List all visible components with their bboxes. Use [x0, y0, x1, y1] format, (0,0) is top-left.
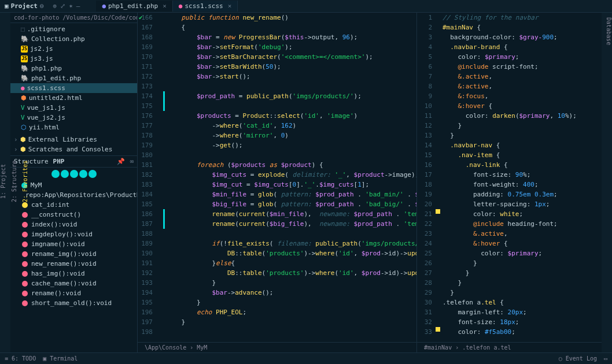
fold-gutter[interactable]	[156, 288, 163, 298]
fold-gutter[interactable]	[156, 32, 163, 42]
fold-gutter[interactable]	[156, 229, 163, 239]
fold-gutter[interactable]	[156, 52, 163, 62]
fold-gutter[interactable]	[156, 268, 163, 278]
fold-gutter[interactable]	[156, 180, 163, 190]
code-line[interactable]: 6 @include script-font;	[417, 62, 602, 72]
filter-dot[interactable]	[51, 170, 60, 178]
code-line[interactable]: 15 .nav-item {	[417, 150, 602, 160]
code-line[interactable]: 26 }	[417, 258, 602, 268]
left-tool-gutter[interactable]: 1: Project 2: Structure 2: Favorites	[0, 13, 10, 352]
fold-gutter[interactable]	[156, 278, 163, 288]
code-line[interactable]: 21 color: white;	[417, 209, 602, 219]
code-line[interactable]: 28 }	[417, 278, 602, 288]
code-line[interactable]: 33 color: #f5ab00;	[417, 327, 602, 337]
code-line[interactable]: 194 $bar->advance();	[138, 288, 416, 298]
fold-gutter[interactable]	[156, 298, 163, 307]
code-line[interactable]: 175	[138, 101, 416, 111]
code-line[interactable]: 17 font-size: 90%;	[417, 170, 602, 180]
file-tree-item[interactable]: ●scss1.scss	[10, 83, 137, 93]
filter-dot[interactable]	[70, 170, 78, 178]
tab-structure[interactable]: Structure	[14, 158, 49, 165]
structure-item[interactable]: short_name_old():void	[10, 298, 137, 308]
structure-class[interactable]: ⌄MyM	[10, 180, 137, 190]
editor-tab[interactable]: ●php1_edit.php×	[96, 1, 172, 12]
code-line[interactable]: 173	[138, 81, 416, 91]
code-line[interactable]: 198	[138, 327, 416, 337]
file-tree-item[interactable]: 🐘php1.php	[10, 64, 137, 73]
code-line[interactable]: 195 }	[138, 298, 416, 307]
file-tree-item[interactable]: Vvue_js1.js	[10, 103, 137, 113]
code-line[interactable]: 182 $img_cuts = explode( delimiter: '_',…	[138, 170, 416, 180]
structure-item[interactable]: cache_name():void	[10, 278, 137, 288]
code-line[interactable]: 169 $bar->setFormat('debug');	[138, 42, 416, 52]
file-tree-item[interactable]: JSjs3.js	[10, 54, 137, 64]
gear-icon[interactable]: ✶	[69, 2, 73, 10]
fold-gutter[interactable]	[156, 307, 163, 317]
structure-item[interactable]: new_rename():void	[10, 259, 137, 269]
close-icon[interactable]: ×	[228, 2, 232, 10]
code-line[interactable]: 188	[138, 229, 416, 239]
code-line[interactable]: 23 &.active,	[417, 229, 602, 239]
collapse-icon[interactable]: ⊖	[40, 2, 44, 10]
code-line[interactable]: 190 DB::table('products')->where('id', $…	[138, 248, 416, 258]
structure-filter-dots[interactable]	[10, 168, 137, 180]
pin-icon[interactable]: 📌	[117, 158, 125, 165]
code-line[interactable]: 29 }	[417, 288, 602, 298]
code-line[interactable]: 2#mainNav {	[417, 23, 602, 32]
file-tree-item[interactable]: ⬚.gitignore	[10, 24, 137, 34]
code-line[interactable]: 180	[138, 150, 416, 160]
event-log-tab[interactable]: ○ Event Log	[559, 355, 597, 362]
structure-item[interactable]: rename():void	[10, 288, 137, 298]
code-line[interactable]: 189 if(!file_exists( filename: public_pa…	[138, 239, 416, 248]
tree-group[interactable]: ›⬢External Libraries	[10, 135, 137, 144]
code-line[interactable]: 183 $img_cut = $img_cuts[0].'_'.$img_cut…	[138, 180, 416, 190]
filter-dot[interactable]	[61, 170, 69, 178]
code-line[interactable]: 181 foreach ($products as $product) {	[138, 160, 416, 170]
hide-icon[interactable]: —	[76, 2, 80, 10]
file-tree-item[interactable]: 🐘Collection.php	[10, 34, 137, 44]
code-line[interactable]: 174 $prod_path = public_path('imgs/produ…	[138, 91, 416, 101]
fold-gutter[interactable]	[156, 81, 163, 91]
fold-gutter[interactable]	[156, 150, 163, 160]
code-line[interactable]: 166 public function new_rename()	[138, 13, 416, 23]
expand-icon[interactable]: ⤢	[60, 2, 65, 10]
fold-gutter[interactable]	[156, 23, 163, 32]
fold-gutter[interactable]	[156, 13, 163, 23]
fold-gutter[interactable]	[156, 317, 163, 327]
code-line[interactable]: 196 echo PHP_EOL;	[138, 307, 416, 317]
code-line[interactable]: 30.telefon a.tel {	[417, 298, 602, 307]
code-line[interactable]: 32 font-size: 18px;	[417, 317, 602, 327]
file-tree-item[interactable]: ⬢untitled2.html	[10, 93, 137, 103]
code-line[interactable]: 179 ->get();	[138, 140, 416, 150]
tree-group[interactable]: ›⬢Scratches and Consoles	[10, 144, 137, 154]
fold-gutter[interactable]	[156, 131, 163, 140]
structure-item[interactable]: index():void	[10, 220, 137, 229]
structure-item[interactable]: __construct()	[10, 210, 137, 220]
code-line[interactable]: 20 letter-spacing: 1px;	[417, 199, 602, 209]
gutter-project[interactable]: 1: Project	[0, 13, 6, 350]
code-line[interactable]: 25 color: $primary;	[417, 248, 602, 258]
tab-php[interactable]: PHP	[53, 158, 65, 165]
fold-gutter[interactable]	[156, 121, 163, 131]
filter-dot[interactable]	[89, 170, 97, 178]
terminal-tab[interactable]: ▣ Terminal	[43, 355, 78, 362]
code-line[interactable]: 185 $big_file = glob( pattern: $prod_pat…	[138, 199, 416, 209]
fold-gutter[interactable]	[156, 190, 163, 199]
code-line[interactable]: 192 DB::table('products')->where('id', $…	[138, 268, 416, 278]
fold-gutter[interactable]	[156, 72, 163, 81]
fold-gutter[interactable]	[156, 42, 163, 52]
breadcrumb-left[interactable]: \App\Console › MyM	[138, 342, 416, 352]
fold-gutter[interactable]	[156, 140, 163, 150]
code-line[interactable]: 4 .navbar-brand {	[417, 42, 602, 52]
structure-item[interactable]: has_img():void	[10, 269, 137, 278]
code-line[interactable]: 193 }	[138, 278, 416, 288]
gutter-favorites[interactable]: 2: Favorites	[22, 13, 28, 350]
structure-item[interactable]: cat_id:int	[10, 200, 137, 210]
code-line[interactable]: 31 margin-left: 20px;	[417, 307, 602, 317]
code-line[interactable]: 1// Styling for the navbar	[417, 13, 602, 23]
todo-tab[interactable]: ≡ 6: TODO	[5, 355, 36, 362]
code-line[interactable]: 191 }else{	[138, 258, 416, 268]
fold-gutter[interactable]	[156, 101, 163, 111]
target-icon[interactable]: ⊕	[53, 2, 57, 10]
file-tree-item[interactable]: 🐘php1_edit.php	[10, 73, 137, 83]
